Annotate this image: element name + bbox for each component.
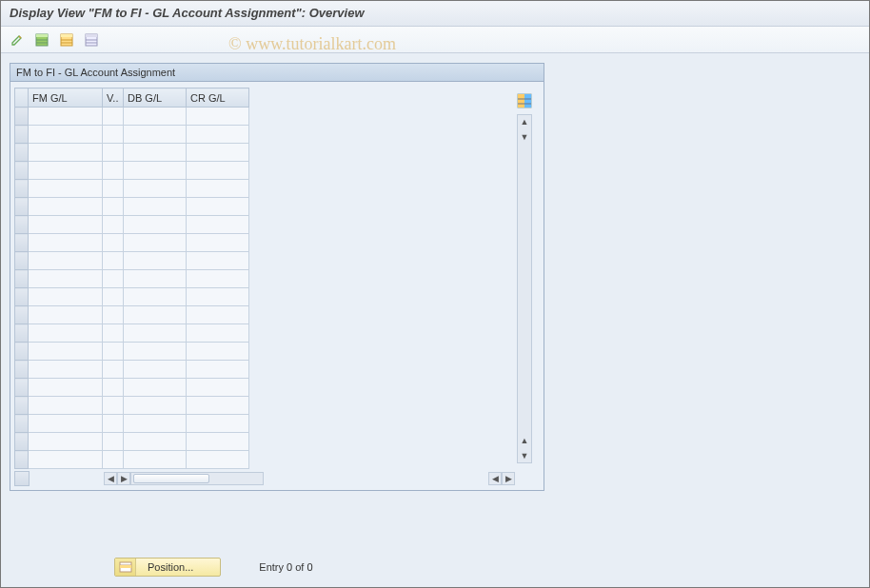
cell-fm_gl[interactable] (29, 126, 103, 144)
cell-db_gl[interactable] (124, 324, 187, 343)
hscroll-thumb[interactable] (133, 474, 209, 483)
cell-cr_gl[interactable] (187, 162, 249, 180)
cell-cr_gl[interactable] (187, 343, 249, 361)
cell-fm_gl[interactable] (29, 252, 103, 270)
cell-db_gl[interactable] (124, 162, 187, 180)
cell-cr_gl[interactable] (187, 144, 249, 162)
table-row[interactable] (15, 198, 249, 216)
cell-fm_gl[interactable] (29, 144, 103, 162)
data-grid[interactable]: FM G/LV..DB G/LCR G/L (14, 88, 249, 469)
cell-cr_gl[interactable] (187, 433, 249, 451)
cell-fm_gl[interactable] (29, 270, 103, 288)
table-row[interactable] (15, 216, 249, 234)
cell-v[interactable] (103, 144, 124, 162)
cell-fm_gl[interactable] (29, 180, 103, 198)
cell-fm_gl[interactable] (29, 108, 103, 126)
cell-cr_gl[interactable] (187, 216, 249, 234)
table-row[interactable] (15, 415, 249, 433)
cell-db_gl[interactable] (124, 108, 187, 126)
cell-cr_gl[interactable] (187, 126, 249, 144)
cell-v[interactable] (103, 108, 124, 126)
cell-cr_gl[interactable] (187, 198, 249, 216)
cell-cr_gl[interactable] (187, 288, 249, 306)
row-selector[interactable] (15, 451, 29, 469)
table-row[interactable] (15, 234, 249, 252)
table-row[interactable] (15, 324, 249, 343)
cell-fm_gl[interactable] (29, 451, 103, 469)
cell-cr_gl[interactable] (187, 415, 249, 433)
table-row[interactable] (15, 162, 249, 180)
cell-v[interactable] (103, 397, 124, 415)
row-selector[interactable] (15, 288, 29, 306)
cell-fm_gl[interactable] (29, 324, 103, 343)
cell-db_gl[interactable] (124, 451, 187, 469)
toolbar-select-button[interactable] (32, 30, 51, 49)
cell-v[interactable] (103, 288, 124, 306)
column-header-db_gl[interactable]: DB G/L (124, 88, 187, 108)
scroll-up-button[interactable]: ▲ (518, 115, 531, 128)
cell-db_gl[interactable] (124, 306, 187, 324)
cell-cr_gl[interactable] (187, 306, 249, 324)
table-row[interactable] (15, 397, 249, 415)
cell-fm_gl[interactable] (29, 288, 103, 306)
table-row[interactable] (15, 306, 249, 324)
cell-db_gl[interactable] (124, 180, 187, 198)
cell-v[interactable] (103, 180, 124, 198)
row-selector[interactable] (15, 361, 29, 379)
cell-v[interactable] (103, 270, 124, 288)
scroll-down2-button[interactable]: ▼ (518, 449, 531, 462)
cell-v[interactable] (103, 126, 124, 144)
cell-v[interactable] (103, 433, 124, 451)
cell-db_gl[interactable] (124, 270, 187, 288)
cell-db_gl[interactable] (124, 343, 187, 361)
row-selector[interactable] (15, 108, 29, 126)
table-row[interactable] (15, 361, 249, 379)
row-selector[interactable] (15, 343, 29, 361)
hscroll-right-1[interactable]: ▶ (117, 472, 130, 485)
row-selector[interactable] (15, 270, 29, 288)
column-header-cr_gl[interactable]: CR G/L (187, 88, 249, 108)
hscroll-track[interactable] (130, 472, 264, 485)
position-button[interactable]: Position... (114, 558, 221, 577)
row-selector[interactable] (15, 324, 29, 343)
table-row[interactable] (15, 270, 249, 288)
cell-v[interactable] (103, 216, 124, 234)
cell-v[interactable] (103, 415, 124, 433)
cell-v[interactable] (103, 361, 124, 379)
cell-fm_gl[interactable] (29, 397, 103, 415)
cell-v[interactable] (103, 451, 124, 469)
cell-cr_gl[interactable] (187, 361, 249, 379)
cell-v[interactable] (103, 324, 124, 343)
table-settings-button[interactable] (517, 93, 532, 108)
toolbar-deselect-all-button[interactable] (82, 30, 101, 49)
cell-db_gl[interactable] (124, 126, 187, 144)
table-row[interactable] (15, 180, 249, 198)
cell-v[interactable] (103, 379, 124, 397)
table-row[interactable] (15, 451, 249, 469)
cell-cr_gl[interactable] (187, 108, 249, 126)
cell-fm_gl[interactable] (29, 379, 103, 397)
row-selector[interactable] (15, 216, 29, 234)
row-selector[interactable] (15, 198, 29, 216)
row-selector[interactable] (15, 306, 29, 324)
table-row[interactable] (15, 288, 249, 306)
cell-db_gl[interactable] (124, 361, 187, 379)
column-header-fm_gl[interactable]: FM G/L (29, 88, 103, 108)
cell-cr_gl[interactable] (187, 379, 249, 397)
cell-db_gl[interactable] (124, 252, 187, 270)
table-row[interactable] (15, 252, 249, 270)
cell-fm_gl[interactable] (29, 343, 103, 361)
hscroll-right-2[interactable]: ▶ (502, 472, 515, 485)
toolbar-select-all-button[interactable] (57, 30, 76, 49)
cell-fm_gl[interactable] (29, 433, 103, 451)
hscroll-left-2[interactable]: ◀ (488, 472, 502, 485)
cell-db_gl[interactable] (124, 433, 187, 451)
cell-fm_gl[interactable] (29, 198, 103, 216)
cell-v[interactable] (103, 252, 124, 270)
cell-cr_gl[interactable] (187, 397, 249, 415)
scroll-down-button[interactable]: ▼ (518, 130, 531, 144)
table-row[interactable] (15, 126, 249, 144)
row-selector[interactable] (15, 397, 29, 415)
row-selector[interactable] (15, 415, 29, 433)
cell-db_gl[interactable] (124, 144, 187, 162)
